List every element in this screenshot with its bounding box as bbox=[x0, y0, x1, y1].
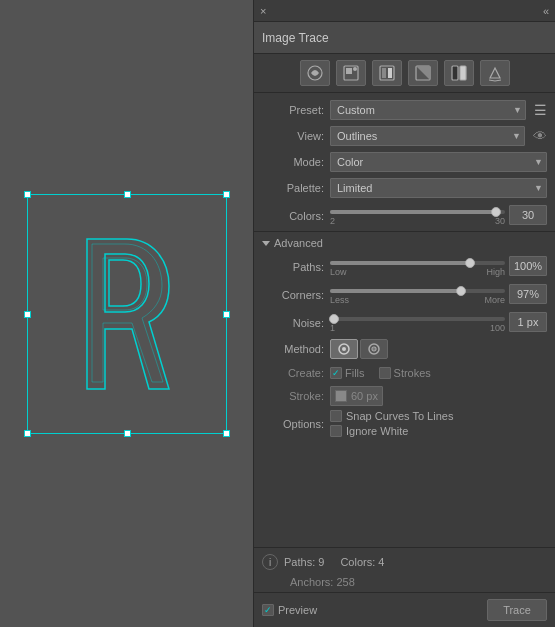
create-row: Create: ✓ Fills Strokes bbox=[254, 362, 555, 384]
strokes-label: Strokes bbox=[394, 367, 431, 379]
mode-select-wrap: Color Grayscale Black and White ▼ bbox=[330, 152, 547, 172]
noise-input[interactable] bbox=[509, 312, 547, 332]
fills-checkbox[interactable]: ✓ bbox=[330, 367, 342, 379]
close-icon[interactable]: × bbox=[260, 5, 266, 17]
preview-checkbox[interactable]: ✓ bbox=[262, 604, 274, 616]
handle-ml[interactable] bbox=[24, 311, 31, 318]
corners-label: Corners: bbox=[262, 283, 330, 301]
stroke-input-wrap[interactable]: 60 px bbox=[330, 386, 383, 406]
grayscale-preset-btn[interactable] bbox=[408, 60, 438, 86]
mode-select[interactable]: Color Grayscale Black and White bbox=[330, 152, 547, 172]
view-visibility-icon[interactable]: 👁 bbox=[533, 128, 547, 144]
preview-check: ✓ Preview bbox=[262, 604, 317, 616]
view-row: View: Outlines Tracing Result Source Ima… bbox=[254, 123, 555, 149]
stroke-swatch bbox=[335, 390, 347, 402]
snap-curves-item: Snap Curves To Lines bbox=[330, 410, 453, 422]
preset-select[interactable]: Custom Default High Fidelity Photo Low F… bbox=[330, 100, 526, 120]
palette-select[interactable]: Limited Full Tone Automatic Custom bbox=[330, 178, 547, 198]
method-btn-overlapping[interactable] bbox=[360, 339, 388, 359]
corners-input[interactable] bbox=[509, 284, 547, 304]
colors-row: Colors: 2 30 bbox=[254, 201, 555, 229]
corners-less-label: Less bbox=[330, 295, 349, 305]
trace-button[interactable]: Trace bbox=[487, 599, 547, 621]
noise-max-label: 100 bbox=[490, 323, 505, 333]
status-colors-label: Colors: bbox=[340, 556, 375, 568]
preset-row: Preset: Custom Default High Fidelity Pho… bbox=[254, 97, 555, 123]
high-color-preset-btn[interactable] bbox=[336, 60, 366, 86]
noise-slider-labels: 1 100 bbox=[330, 323, 505, 333]
info-text: Paths: 9 Colors: 4 bbox=[284, 556, 384, 568]
method-control bbox=[330, 339, 547, 359]
stroke-row: Stroke: 60 px bbox=[254, 384, 555, 408]
handle-tr[interactable] bbox=[223, 191, 230, 198]
handle-bm[interactable] bbox=[124, 430, 131, 437]
svg-rect-2 bbox=[346, 68, 352, 74]
corners-slider-container: Less More bbox=[330, 283, 505, 305]
paths-slider-container: Low High bbox=[330, 255, 505, 277]
fills-label: Fills bbox=[345, 367, 365, 379]
handle-tm[interactable] bbox=[124, 191, 131, 198]
handle-bl[interactable] bbox=[24, 430, 31, 437]
view-control: Outlines Tracing Result Source Image ▼ 👁 bbox=[330, 126, 547, 146]
low-color-preset-btn[interactable] bbox=[372, 60, 402, 86]
auto-color-preset-btn[interactable] bbox=[300, 60, 330, 86]
paths-slider-track[interactable] bbox=[330, 261, 505, 265]
form-section: Preset: Custom Default High Fidelity Pho… bbox=[254, 93, 555, 547]
corners-control: Less More bbox=[330, 283, 547, 305]
strokes-checkbox[interactable] bbox=[379, 367, 391, 379]
preset-select-wrap: Custom Default High Fidelity Photo Low F… bbox=[330, 100, 526, 120]
corners-row: Corners: Less More bbox=[254, 280, 555, 308]
handle-tl[interactable] bbox=[24, 191, 31, 198]
colors-slider-track[interactable] bbox=[330, 210, 505, 214]
preview-label: Preview bbox=[278, 604, 317, 616]
method-btn-abutting[interactable] bbox=[330, 339, 358, 359]
svg-rect-5 bbox=[382, 68, 386, 78]
ignore-white-item: Ignore White bbox=[330, 425, 453, 437]
corners-slider-thumb[interactable] bbox=[456, 286, 466, 296]
paths-control: Low High bbox=[330, 255, 547, 277]
colors-input[interactable] bbox=[509, 205, 547, 225]
svg-point-3 bbox=[353, 67, 357, 71]
info-icon: i bbox=[262, 554, 278, 570]
mode-label: Mode: bbox=[262, 156, 330, 168]
corners-slider-track[interactable] bbox=[330, 289, 505, 293]
options-row: Options: Snap Curves To Lines Ignore Whi… bbox=[254, 408, 555, 439]
colors-slider-labels: 2 30 bbox=[330, 216, 505, 226]
expand-icon[interactable]: « bbox=[543, 5, 549, 17]
create-checkboxes: ✓ Fills Strokes bbox=[330, 367, 431, 379]
panel-title: Image Trace bbox=[262, 31, 329, 45]
corners-slider-fill bbox=[330, 289, 461, 293]
divider-1 bbox=[254, 231, 555, 232]
svg-rect-9 bbox=[460, 66, 466, 80]
stroke-value: 60 px bbox=[351, 390, 378, 402]
anchors-label: Anchors: bbox=[290, 576, 333, 588]
outline-preset-btn[interactable] bbox=[480, 60, 510, 86]
colors-slider-fill bbox=[330, 210, 496, 214]
snap-curves-label: Snap Curves To Lines bbox=[346, 410, 453, 422]
handle-br[interactable] bbox=[223, 430, 230, 437]
options-label: Options: bbox=[262, 418, 330, 430]
advanced-toggle[interactable]: Advanced bbox=[254, 234, 555, 252]
paths-slider-thumb[interactable] bbox=[465, 258, 475, 268]
snap-curves-checkbox[interactable] bbox=[330, 410, 342, 422]
status-colors-value: 4 bbox=[378, 556, 384, 568]
noise-slider-thumb[interactable] bbox=[329, 314, 339, 324]
black-white-preset-btn[interactable] bbox=[444, 60, 474, 86]
paths-input[interactable] bbox=[509, 256, 547, 276]
svg-rect-6 bbox=[388, 68, 392, 78]
status-colors: Colors: 4 bbox=[340, 556, 384, 568]
method-btn-group bbox=[330, 339, 388, 359]
view-select-wrap: Outlines Tracing Result Source Image ▼ bbox=[330, 126, 525, 146]
noise-slider-track[interactable] bbox=[330, 317, 505, 321]
selection-box bbox=[27, 194, 227, 434]
ignore-white-checkbox[interactable] bbox=[330, 425, 342, 437]
strokes-checkbox-item: Strokes bbox=[379, 367, 431, 379]
method-label: Method: bbox=[262, 343, 330, 355]
handle-mr[interactable] bbox=[223, 311, 230, 318]
palette-select-wrap: Limited Full Tone Automatic Custom ▼ bbox=[330, 178, 547, 198]
noise-slider-container: 1 100 bbox=[330, 311, 505, 333]
view-select[interactable]: Outlines Tracing Result Source Image bbox=[330, 126, 525, 146]
preset-list-icon[interactable]: ☰ bbox=[534, 102, 547, 118]
colors-label: Colors: bbox=[262, 204, 330, 222]
colors-slider-thumb[interactable] bbox=[491, 207, 501, 217]
